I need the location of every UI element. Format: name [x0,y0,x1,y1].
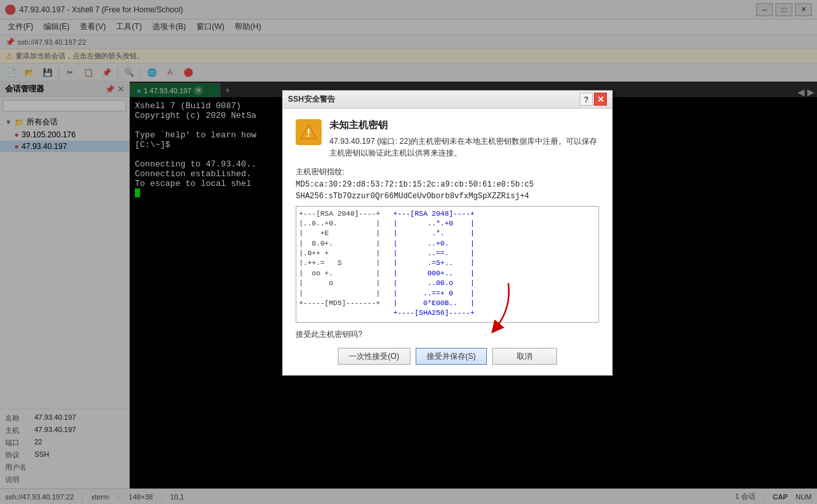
dialog-description: 47.93.40.197 (端口: 22)的主机密钥未在本地主机密钥数据库中注册… [329,135,599,159]
once-accept-button[interactable]: 一次性接受(O) [338,348,410,365]
key-art-md5: +---[RSA 2048]----+ |..0..+0. | | +E | |… [299,209,380,319]
ssh-warning-dialog: SSH安全警告 ? ✕ ! 未知主机密钥 47.93.40.197 (端口: 2… [282,90,613,376]
accept-question: 接受此主机密钥吗? [296,329,599,340]
fingerprint-sha256: SHA256:sTb7Ozzur0Qr66MUdCeUvOborb8vfxMgS… [296,192,599,201]
dialog-body: ! 未知主机密钥 47.93.40.197 (端口: 22)的主机密钥未在本地主… [283,109,612,375]
dialog-close-button[interactable]: ✕ [594,93,607,106]
modal-overlay: SSH安全警告 ? ✕ ! 未知主机密钥 47.93.40.197 (端口: 2… [0,0,817,504]
dialog-header-row: ! 未知主机密钥 47.93.40.197 (端口: 22)的主机密钥未在本地主… [296,119,599,159]
fingerprint-md5: MD5:ca:30:29:d8:53:72:1b:15:2c:a9:cb:50:… [296,180,599,189]
svg-text:!: ! [307,128,310,139]
dialog-buttons: 一次性接受(O) 接受并保存(S) 取消 [296,348,599,365]
warning-icon: ! [296,119,322,145]
accept-save-button[interactable]: 接受并保存(S) [416,348,487,365]
dialog-heading: 未知主机密钥 [329,119,599,132]
fingerprint-label: 主机密钥指纹: [296,166,599,178]
key-art-box[interactable]: +---[RSA 2048]----+ |..0..+0. | | +E | |… [296,206,599,323]
key-art-inner: +---[RSA 2048]----+ |..0..+0. | | +E | |… [299,209,596,319]
fingerprint-section: 主机密钥指纹: MD5:ca:30:29:d8:53:72:1b:15:2c:a… [296,166,599,201]
dialog-title-bar: SSH安全警告 ? ✕ [283,91,612,109]
dialog-text-area: 未知主机密钥 47.93.40.197 (端口: 22)的主机密钥未在本地主机密… [329,119,599,159]
dialog-help-button[interactable]: ? [580,93,593,106]
dialog-title-text: SSH安全警告 [288,94,580,105]
key-art-sha256: +---[RSA 2048]----+ | ..*.+0 | | .*. | |… [393,209,474,319]
cancel-button[interactable]: 取消 [492,348,557,365]
